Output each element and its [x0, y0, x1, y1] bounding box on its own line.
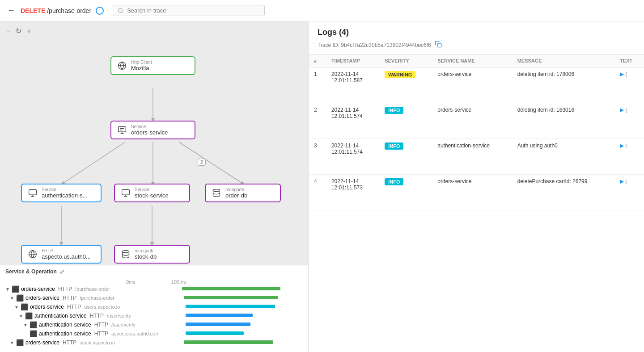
item-protocol-1: HTTP — [63, 295, 76, 301]
node-stock-service[interactable]: Service stock-service — [114, 184, 190, 202]
service-icon-5: ⬛ — [30, 330, 37, 337]
main-layout: − ↻ + — [0, 21, 644, 352]
node-mongodb-order[interactable]: mongodb order-db — [205, 184, 281, 202]
trace-id-text: Trace ID: 9b4cf7a22c30b5a713802f4944bec6… — [318, 42, 431, 48]
node-auth-service[interactable]: Service authentication-s... — [21, 184, 102, 202]
log-row-4[interactable]: 4 2022-11-14 12:01:11.573 INFO orders-se… — [309, 175, 644, 210]
trace-id-row: Trace ID: 9b4cf7a22c30b5a713802f4944bec6… — [309, 40, 644, 54]
log-row-2[interactable]: 2 2022-11-14 12:01:11.574 INFO orders-se… — [309, 103, 644, 139]
badge-2: 2 — [198, 159, 206, 166]
node-mongodb-stock[interactable]: mongodb stock-db — [114, 245, 190, 264]
col-service: SERVICE NAME — [432, 54, 512, 67]
header: ← DELETE /purchase-order — [0, 0, 644, 21]
log-text-4[interactable]: ▶ { — [614, 175, 644, 210]
item-protocol-2: HTTP — [67, 304, 81, 310]
svg-point-0 — [119, 8, 123, 13]
logs-table: # TIMESTAMP SEVERITY SERVICE NAME MESSAG… — [309, 54, 644, 352]
log-severity-2: INFO — [379, 103, 432, 139]
item-path-6: stock.aspecto.io — [80, 340, 115, 345]
service-icon-3: ⬛ — [25, 312, 33, 319]
log-row-1[interactable]: 1 2022-11-14 12:01:11.587 WARNING orders… — [309, 67, 644, 103]
item-path-5: aspecto.us.auth0.com — [111, 331, 160, 336]
item-protocol-4: HTTP — [94, 322, 108, 328]
bottom-panel-header: Service & Operation ⤢ — [0, 265, 308, 278]
log-text-3[interactable]: ▶ { — [614, 139, 644, 175]
log-timestamp-2: 2022-11-14 12:01:11.574 — [326, 103, 379, 139]
route-path: /purchase-order — [47, 7, 91, 14]
back-button[interactable]: ← — [7, 6, 15, 15]
copy-icon[interactable] — [435, 41, 442, 50]
route-title: DELETE /purchase-order — [21, 7, 104, 15]
log-num-1: 1 — [309, 67, 326, 103]
svg-point-16 — [123, 251, 129, 253]
log-message-3: Auth using auth0 — [512, 139, 614, 175]
log-service-2: orders-service — [432, 103, 512, 139]
log-severity-3: INFO — [379, 139, 432, 175]
item-service-3: authentication-service — [34, 313, 87, 319]
right-panel: Logs (4) Trace ID: 9b4cf7a22c30b5a713802… — [309, 21, 644, 352]
col-text: TEXT — [614, 54, 644, 67]
orders-type-label: Service — [131, 124, 168, 129]
chevron-6[interactable]: ▼ — [10, 340, 14, 345]
item-path-2: users.aspecto.io — [84, 304, 120, 310]
item-service-0: orders-service — [21, 286, 55, 292]
node-http-auth[interactable]: HTTP aspecto.us.auth0... — [21, 245, 102, 264]
auth-service-icon — [27, 188, 38, 198]
item-protocol-6: HTTP — [63, 339, 76, 346]
mongodb-order-name-label: order-db — [225, 192, 247, 199]
log-text-1[interactable]: ▶ { — [614, 67, 644, 103]
item-service-5: authentication-service — [39, 331, 91, 337]
zoom-in-button[interactable]: + — [26, 26, 32, 36]
item-protocol-5: HTTP — [94, 331, 108, 337]
col-timestamp: TIMESTAMP — [326, 54, 379, 67]
log-severity-1: WARNING — [379, 67, 432, 103]
log-service-3: authentication-service — [432, 139, 512, 175]
item-protocol-3: HTTP — [90, 313, 104, 319]
log-timestamp-4: 2022-11-14 12:01:11.573 — [326, 175, 379, 210]
stock-type-label: Service — [135, 187, 169, 192]
chevron-1[interactable]: ▼ — [10, 296, 14, 301]
search-icon — [118, 8, 123, 14]
resize-icon: ⤢ — [59, 268, 65, 275]
svg-line-3 — [63, 142, 125, 184]
graph-controls: − ↻ + — [5, 26, 32, 36]
log-message-1: deleting item id: 178006 — [512, 67, 614, 103]
reset-button[interactable]: ↻ — [15, 26, 22, 36]
log-num-3: 3 — [309, 139, 326, 175]
svg-rect-12 — [122, 190, 130, 195]
chevron-0[interactable]: ▼ — [5, 287, 10, 292]
zoom-out-button[interactable]: − — [5, 26, 11, 36]
service-operation-title: Service & Operation — [5, 268, 57, 275]
node-orders-service[interactable]: Service orders-service — [110, 121, 195, 139]
chevron-3[interactable]: ▼ — [19, 314, 23, 318]
log-service-4: orders-service — [432, 175, 512, 210]
chevron-2[interactable]: ▼ — [14, 305, 19, 310]
svg-rect-10 — [119, 127, 126, 132]
search-bar[interactable] — [113, 5, 265, 16]
timeline-label-100ms: 100ms — [171, 279, 186, 285]
status-circle — [96, 7, 104, 15]
log-timestamp-1: 2022-11-14 12:01:11.587 — [326, 67, 379, 103]
node-name-label: Mozilla — [131, 65, 152, 71]
svg-line-1 — [122, 12, 123, 13]
log-row-3[interactable]: 3 2022-11-14 12:01:11.574 INFO authentic… — [309, 139, 644, 175]
chevron-4[interactable]: ▼ — [23, 323, 28, 327]
search-input[interactable] — [127, 7, 260, 14]
log-message-4: deletePurchase cartId: 26799 — [512, 175, 614, 210]
item-service-2: orders-service — [30, 304, 64, 310]
log-message-2: deleting item id: 163016 — [512, 103, 614, 139]
log-text-2[interactable]: ▶ { — [614, 103, 644, 139]
stock-name-label: stock-service — [135, 192, 169, 199]
service-icon-6: ⬛ — [16, 339, 24, 346]
mongodb-order-type-label: mongodb — [225, 187, 247, 192]
mongodb-stock-name-label: stock-db — [135, 253, 157, 260]
node-http-client[interactable]: Http Client Mozilla — [110, 56, 195, 75]
auth-type-label: Service — [42, 187, 88, 192]
svg-line-5 — [179, 142, 243, 184]
log-timestamp-3: 2022-11-14 12:01:11.574 — [326, 139, 379, 175]
service-icon-1: ⬛ — [16, 294, 24, 302]
http-client-icon — [117, 60, 127, 71]
service-icon-4: ⬛ — [30, 321, 37, 328]
svg-rect-17 — [437, 43, 441, 47]
node-type-label: Http Client — [131, 60, 152, 65]
